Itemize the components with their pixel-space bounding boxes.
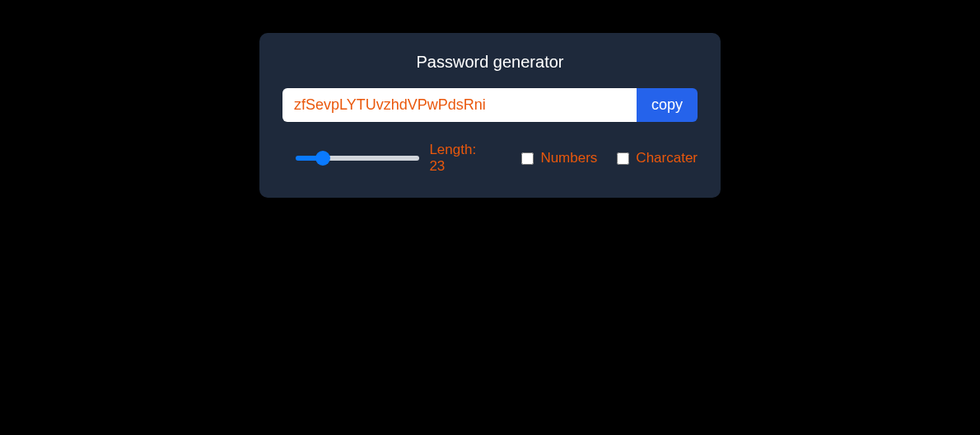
password-output[interactable] [282,88,637,122]
numbers-group: Numbers [521,150,597,166]
characters-group: Charcater [617,150,698,166]
password-row: copy [282,88,698,122]
numbers-label: Numbers [540,150,597,166]
characters-checkbox[interactable] [617,152,629,165]
length-label: Length: 23 [429,142,493,175]
length-slider[interactable] [296,156,419,161]
numbers-checkbox[interactable] [521,152,534,165]
password-generator-card: Password generator copy Length: 23 Numbe… [259,33,721,198]
characters-label: Charcater [636,150,698,166]
page-title: Password generator [282,53,698,72]
controls-row: Length: 23 Numbers Charcater [282,142,698,175]
copy-button[interactable]: copy [637,88,698,122]
